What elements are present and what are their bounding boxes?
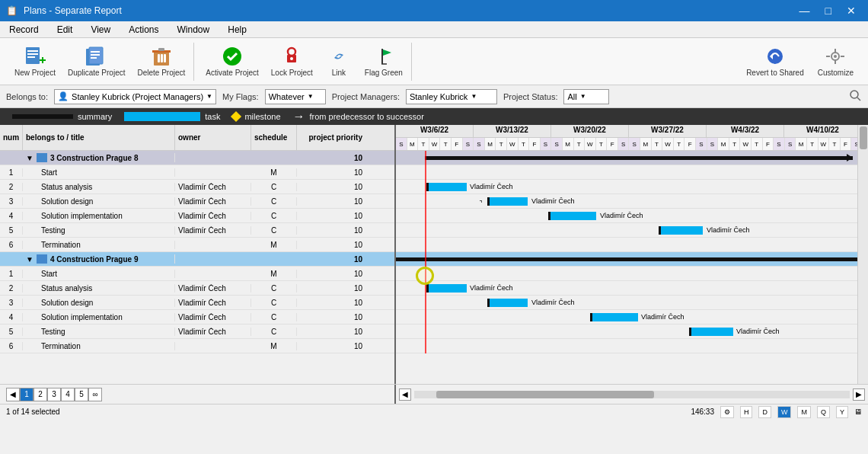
status-right: 146:33 ⚙ H D W M Q Y 🖥 <box>691 406 862 418</box>
minimize-button[interactable]: — <box>793 3 816 18</box>
prev-page-button[interactable]: ◀ <box>6 388 20 401</box>
toolbar-group-right: Revert to Shared Customize <box>738 43 862 81</box>
gantt-day-label: W <box>662 138 674 151</box>
menu-actions[interactable]: Actions <box>126 23 161 37</box>
menu-record[interactable]: Record <box>6 23 42 37</box>
revert-shared-button[interactable]: Revert to Shared <box>741 42 809 81</box>
view-btn-network[interactable]: ⚙ <box>720 406 734 418</box>
svg-rect-1 <box>27 50 38 52</box>
svg-rect-3 <box>27 56 35 58</box>
cell-belongs: ▼ 3 Construction Prague 8 <box>23 153 175 162</box>
gantt-scroll-right[interactable]: ▶ <box>853 388 865 401</box>
link-button[interactable]: Link <box>320 42 358 81</box>
page-1[interactable]: 1 <box>20 388 34 401</box>
table-row[interactable]: 2 Status analysis Vladimír Čech C 10 <box>0 281 394 296</box>
project-managers-select[interactable]: Stanley Kubrick ▼ <box>406 89 497 104</box>
gantt-day-label: T <box>829 138 841 151</box>
table-row[interactable]: 4 Solution implementation Vladimír Čech … <box>0 209 394 223</box>
table-row[interactable]: 1 Start M 10 <box>0 267 394 281</box>
view-btn-w[interactable]: W <box>777 406 792 418</box>
expand-icon[interactable]: ▼ <box>26 154 34 162</box>
link-icon <box>327 46 351 67</box>
cell-priority: 10 <box>297 342 365 350</box>
table-row[interactable]: 5 Testing Vladimír Čech C 10 <box>0 325 394 339</box>
svg-rect-14 <box>158 54 160 62</box>
view-btn-q[interactable]: Q <box>817 406 830 418</box>
maximize-button[interactable]: □ <box>819 3 838 18</box>
activate-project-button[interactable]: Activate Project <box>200 42 263 81</box>
gantt-day-label: M <box>407 138 419 151</box>
cell-belongs: Solution implementation <box>23 212 175 220</box>
gantt-scroll-left[interactable]: ◀ <box>399 388 411 401</box>
duplicate-project-button[interactable]: Duplicate Project <box>62 42 131 81</box>
page-5[interactable]: 5 <box>75 388 88 401</box>
gantt-row: Vladimír Čech <box>396 281 868 296</box>
view-btn-h[interactable]: H <box>740 406 753 418</box>
duplicate-project-label: Duplicate Project <box>68 69 126 77</box>
cursor-circle <box>416 267 434 285</box>
gantt-hscrollbar[interactable] <box>414 391 850 398</box>
cell-priority: 10 <box>297 299 365 307</box>
cell-num: 1 <box>0 270 23 278</box>
gantt-day-label: T <box>674 138 685 151</box>
page-3[interactable]: 3 <box>47 388 61 401</box>
expand-icon[interactable]: ▼ <box>26 255 34 264</box>
grid-header: num belongs to / title owner schedule pr… <box>0 125 394 151</box>
view-btn-y[interactable]: Y <box>836 406 848 418</box>
svg-rect-10 <box>91 57 97 59</box>
gantt-hscroll[interactable]: ◀ ▶ <box>396 385 868 404</box>
table-row[interactable]: 3 Solution design Vladimír Čech C 10 <box>0 296 394 310</box>
table-row[interactable]: 6 Termination M 10 <box>0 238 394 252</box>
gantt-scrollbar-v[interactable] <box>857 125 868 384</box>
menu-edit[interactable]: Edit <box>54 23 76 37</box>
legend-milestone-diamond <box>231 111 241 122</box>
close-button[interactable]: ✕ <box>841 3 862 18</box>
table-row[interactable]: ▼ 3 Construction Prague 8 10 <box>0 151 394 165</box>
gantt-day-label: W <box>507 138 519 151</box>
customize-icon <box>823 46 847 67</box>
table-row[interactable]: 2 Status analysis Vladimír Čech C 10 <box>0 180 394 194</box>
new-project-button[interactable]: New Project <box>9 42 61 81</box>
table-row[interactable]: ▼ 4 Construction Prague 9 10 <box>0 252 394 267</box>
gantt-row: Vladimír Čech <box>396 310 868 325</box>
cell-schedule: C <box>251 284 297 293</box>
activate-project-icon <box>220 46 244 67</box>
table-row[interactable]: 3 Solution design Vladimír Čech C 10 <box>0 194 394 209</box>
page-inf[interactable]: ∞ <box>88 388 102 401</box>
belongs-to-select[interactable]: 👤 Stanley Kubrick (Project Managers) ▼ <box>54 89 216 104</box>
flag-green-label: Flag Green <box>365 69 403 77</box>
legend-summary: summary <box>12 112 112 121</box>
revert-shared-label: Revert to Shared <box>746 69 804 77</box>
table-row[interactable]: 1 Start M 10 <box>0 165 394 180</box>
delete-project-label: Delete Project <box>138 69 186 77</box>
customize-button[interactable]: Customize <box>812 42 859 81</box>
my-flags-select[interactable]: Whatever ▼ <box>265 89 326 104</box>
table-row[interactable]: 5 Testing Vladimír Čech C 10 <box>0 223 394 238</box>
delete-project-button[interactable]: Delete Project <box>132 42 191 81</box>
legend-task: task <box>124 112 220 121</box>
menu-help[interactable]: Help <box>225 23 250 37</box>
menu-view[interactable]: View <box>88 23 113 37</box>
flag-green-button[interactable]: Flag Green <box>359 42 408 81</box>
cell-priority: 10 <box>297 284 365 293</box>
view-btn-m[interactable]: M <box>797 406 811 418</box>
belongs-to-value: Stanley Kubrick (Project Managers) <box>72 92 203 101</box>
table-row[interactable]: 4 Solution implementation Vladimír Čech … <box>0 310 394 325</box>
table-row[interactable]: 6 Termination M 10 <box>0 339 394 353</box>
col-header-schedule: schedule <box>251 125 297 150</box>
gantt-week-2: W3/13/22 <box>474 125 551 137</box>
gantt-bar <box>550 212 596 220</box>
gantt-bar <box>691 328 733 336</box>
title-bar: 📋 Plans - Separate Report — □ ✕ <box>0 0 868 21</box>
lock-project-button[interactable]: Lock Project <box>266 42 318 81</box>
project-status-select[interactable]: All ▼ <box>563 89 609 104</box>
menu-window[interactable]: Window <box>174 23 213 37</box>
cell-priority: 10 <box>297 154 365 162</box>
cell-belongs: ▼ 4 Construction Prague 9 <box>23 254 175 264</box>
page-2[interactable]: 2 <box>34 388 47 401</box>
col-header-priority: project priority <box>297 125 365 150</box>
search-button[interactable] <box>848 88 862 104</box>
new-project-label: New Project <box>14 69 56 77</box>
page-4[interactable]: 4 <box>61 388 75 401</box>
view-btn-d[interactable]: D <box>758 406 771 418</box>
